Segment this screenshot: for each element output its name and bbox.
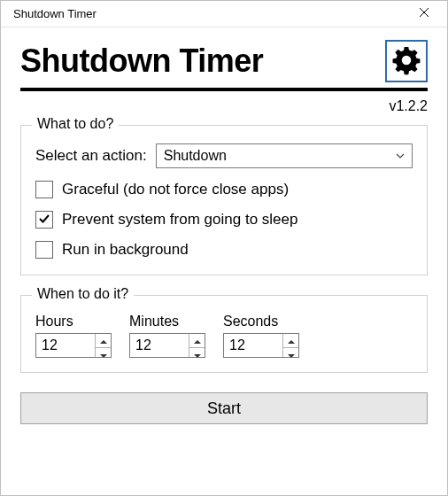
version-label: v1.2.2 xyxy=(20,98,428,114)
settings-button[interactable] xyxy=(385,40,428,82)
hours-value: 12 xyxy=(36,334,95,357)
hours-down-button[interactable] xyxy=(96,347,111,361)
minutes-down-button[interactable] xyxy=(189,347,205,361)
minutes-label: Minutes xyxy=(129,314,205,329)
caret-down-icon xyxy=(100,348,107,361)
checkmark-icon xyxy=(38,213,50,228)
content: Shutdown Timer v1.2.2 What to do? Select… xyxy=(1,27,447,433)
group-when-legend: When to do it? xyxy=(32,286,134,302)
check-background-row: Run in background xyxy=(35,241,413,259)
start-button-label: Start xyxy=(207,399,241,418)
chevron-down-icon xyxy=(395,143,406,168)
checkbox-background[interactable] xyxy=(35,241,53,259)
header-rule xyxy=(20,88,428,91)
seconds-down-button[interactable] xyxy=(283,347,298,361)
hours-label: Hours xyxy=(35,314,112,329)
action-row: Select an action: Shutdown xyxy=(35,143,413,168)
time-col-seconds: Seconds 12 xyxy=(223,314,299,358)
hours-stepper xyxy=(95,334,111,357)
header-row: Shutdown Timer xyxy=(20,40,428,82)
action-select-value: Shutdown xyxy=(164,148,227,164)
caret-down-icon xyxy=(194,348,201,361)
minutes-value: 12 xyxy=(130,334,189,357)
checkbox-prevent-sleep-label: Prevent system from going to sleep xyxy=(62,211,297,229)
group-when-to-do-it: When to do it? Hours 12 xyxy=(20,295,428,373)
window-title: Shutdown Timer xyxy=(13,7,97,20)
checkbox-graceful[interactable] xyxy=(35,181,53,198)
checkbox-graceful-label: Graceful (do not force close apps) xyxy=(62,181,289,198)
hours-up-button[interactable] xyxy=(96,334,111,347)
time-columns: Hours 12 Minutes 12 xyxy=(35,314,413,358)
time-col-minutes: Minutes 12 xyxy=(129,314,205,358)
seconds-stepper xyxy=(282,334,298,357)
gear-icon xyxy=(390,44,422,79)
minutes-stepper xyxy=(189,334,205,357)
caret-down-icon xyxy=(288,348,295,361)
seconds-label: Seconds xyxy=(223,314,299,329)
hours-spinner[interactable]: 12 xyxy=(35,333,112,358)
caret-up-icon xyxy=(288,334,295,347)
checkbox-prevent-sleep[interactable] xyxy=(35,211,53,229)
time-col-hours: Hours 12 xyxy=(35,314,112,358)
close-icon xyxy=(419,7,429,20)
action-select-label: Select an action: xyxy=(35,147,147,165)
minutes-up-button[interactable] xyxy=(189,334,205,347)
close-button[interactable] xyxy=(405,2,444,27)
check-graceful-row: Graceful (do not force close apps) xyxy=(35,181,413,198)
seconds-up-button[interactable] xyxy=(283,334,298,347)
checkbox-background-label: Run in background xyxy=(62,241,189,259)
caret-up-icon xyxy=(100,334,107,347)
action-select[interactable]: Shutdown xyxy=(156,143,413,168)
seconds-spinner[interactable]: 12 xyxy=(223,333,299,358)
app-title: Shutdown Timer xyxy=(20,43,263,79)
check-prevent-sleep-row: Prevent system from going to sleep xyxy=(35,211,413,229)
group-what-legend: What to do? xyxy=(32,116,119,132)
minutes-spinner[interactable]: 12 xyxy=(129,333,205,358)
seconds-value: 12 xyxy=(224,334,282,357)
caret-up-icon xyxy=(194,334,201,347)
start-button[interactable]: Start xyxy=(20,392,428,424)
group-what-to-do: What to do? Select an action: Shutdown G… xyxy=(20,125,428,275)
titlebar: Shutdown Timer xyxy=(1,1,447,27)
